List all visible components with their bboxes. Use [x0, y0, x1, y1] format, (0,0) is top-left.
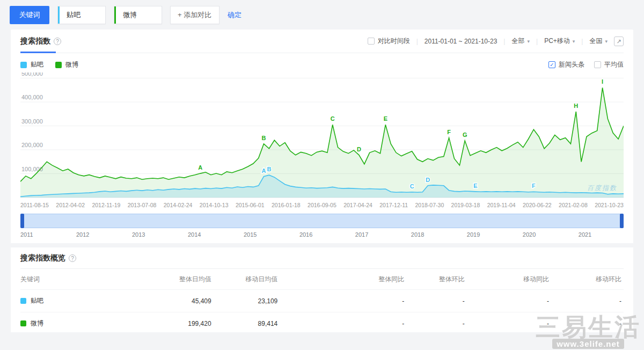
slider-handle-left[interactable]: [20, 214, 24, 228]
checkbox-icon: [368, 38, 375, 45]
divider: |: [503, 38, 505, 45]
x-axis-ticks: 2011-08-152012-04-022012-11-192013-07-08…: [20, 200, 624, 212]
x-tick: 2016-09-05: [308, 202, 336, 208]
compare-period-checkbox[interactable]: 对比时间段: [368, 37, 410, 46]
news-marker-贴吧-B: B: [267, 166, 271, 172]
column-header-2: 整体日均值: [147, 275, 214, 284]
mobile-avg-cell: 89,414: [214, 320, 280, 327]
x-tick: 2016-01-18: [272, 202, 301, 208]
checkbox-icon: [594, 61, 601, 68]
option-checkbox-2[interactable]: 平均值: [594, 60, 624, 69]
overall-mom-cell: -: [406, 297, 466, 305]
legend-item-微博[interactable]: 微博: [55, 60, 78, 69]
legend-label: 贴吧: [31, 60, 43, 69]
x-tick: 2018-07-30: [415, 202, 444, 208]
line-chart-svg: 500,000400,000300,000200,000100,000ABCDE…: [20, 72, 624, 200]
slider-track[interactable]: [20, 214, 624, 228]
chevron-down-icon: ▾: [573, 39, 575, 44]
column-header-1: 关键词: [20, 275, 147, 284]
year-label-2012: 2012: [76, 231, 89, 238]
trend-chart[interactable]: 500,000400,000300,000200,000100,000ABCDE…: [20, 72, 624, 200]
select-value: 全部: [511, 37, 524, 46]
option-checkbox-1[interactable]: ✓新闻头条: [548, 60, 584, 69]
overall-yoy-cell: -: [280, 297, 406, 305]
year-label-2014: 2014: [188, 231, 201, 238]
chip-accent-bar: [58, 6, 60, 24]
year-label-2013: 2013: [132, 231, 145, 238]
filter-select-1[interactable]: 全部▾: [511, 37, 530, 46]
legend-item-贴吧[interactable]: 贴吧: [20, 60, 43, 69]
table-row-贴吧: 贴吧45,40923,109----: [20, 289, 624, 312]
news-marker-微博-E: E: [384, 115, 387, 122]
news-marker-贴吧-E: E: [473, 183, 477, 189]
overall-avg-cell: 199,420: [147, 320, 214, 327]
filter-selects: 全部▾|PC+移动▾|全国▾: [511, 37, 608, 46]
chip-accent-bar: [114, 6, 116, 24]
keyword-color-chip: [20, 298, 26, 304]
news-marker-贴吧-C: C: [410, 183, 414, 189]
year-label-2021: 2021: [579, 231, 591, 238]
column-header-4: 整体同比: [280, 275, 406, 284]
news-marker-贴吧-F: F: [532, 183, 536, 189]
option-label: 平均值: [604, 60, 624, 69]
chevron-down-icon: ▾: [527, 39, 530, 44]
x-tick: 2019-11-04: [487, 202, 516, 208]
news-marker-贴吧-A: A: [262, 167, 266, 174]
filter-select-2[interactable]: PC+移动▾: [544, 37, 575, 46]
x-tick: 2017-12-11: [379, 202, 408, 208]
legend-row: 贴吧微博 ✓新闻头条平均值: [20, 53, 624, 72]
news-marker-微博-I: I: [602, 78, 603, 85]
time-range-slider: 2011201220132014201520162017201820192020…: [20, 212, 624, 241]
overall-avg-cell: 45,409: [147, 297, 214, 305]
keyword-button[interactable]: 关键词: [10, 6, 49, 24]
overview-card: 搜索指数概览 ? 关键词整体日均值移动日均值整体同比整体环比移动同比移动环比 贴…: [11, 247, 633, 332]
overview-help-icon[interactable]: ?: [69, 254, 76, 262]
year-label-2016: 2016: [299, 231, 312, 238]
legend-swatch: [55, 62, 62, 68]
keyword-chip-1[interactable]: 贴吧: [57, 6, 106, 24]
x-tick: 2021-10-23: [595, 202, 624, 208]
divider: |: [581, 38, 583, 45]
keyword-cell: 微博: [20, 319, 147, 328]
news-marker-微博-H: H: [574, 103, 578, 109]
keyword-color-chip: [20, 320, 26, 326]
year-label-2011: 2011: [20, 231, 33, 238]
share-external-icon[interactable]: ↗: [614, 37, 624, 46]
slider-handle-right[interactable]: [620, 214, 624, 228]
legend-swatch: [20, 62, 27, 68]
search-index-card: 搜索指数 ? 对比时间段 | 2011-01-01 ~ 2021-10-23 |…: [11, 30, 633, 243]
divider: |: [536, 38, 538, 45]
overall-mom-cell: -: [406, 320, 466, 327]
column-header-6: 移动同比: [467, 275, 551, 284]
x-tick: 2019-03-18: [451, 202, 480, 208]
news-marker-贴吧-D: D: [426, 177, 430, 183]
x-tick: 2015-06-01: [236, 202, 265, 208]
news-marker-微博-D: D: [357, 146, 361, 152]
news-marker-微博-A: A: [198, 164, 202, 171]
keyword-toolbar: 关键词 贴吧微博 + 添加对比 确定: [0, 0, 644, 30]
overall-yoy-cell: -: [280, 320, 406, 327]
year-label-2020: 2020: [523, 231, 536, 238]
overview-table-body: 贴吧45,40923,109----微博199,42089,414----: [20, 289, 624, 334]
year-label-2019: 2019: [467, 231, 480, 238]
keyword-label: 贴吧: [31, 296, 43, 305]
mobile-yoy-cell: -: [467, 297, 551, 305]
x-tick: 2020-06-22: [523, 202, 552, 208]
filter-select-3[interactable]: 全国▾: [589, 37, 608, 46]
chip-label: 微博: [123, 10, 137, 20]
confirm-button[interactable]: 确定: [228, 10, 241, 20]
news-marker-微博-G: G: [463, 132, 467, 138]
date-range[interactable]: 2011-01-01 ~ 2021-10-23: [425, 38, 497, 45]
compare-period-label: 对比时间段: [378, 37, 410, 46]
keyword-label: 微博: [31, 319, 43, 328]
overview-table-header: 关键词整体日均值移动日均值整体同比整体环比移动同比移动环比: [20, 269, 624, 289]
year-label-2015: 2015: [244, 231, 257, 238]
help-icon[interactable]: ?: [54, 38, 61, 45]
trend-title-wrap: 搜索指数 ?: [20, 30, 61, 53]
add-compare-button[interactable]: + 添加对比: [170, 6, 219, 24]
chip-label: 贴吧: [67, 10, 80, 20]
mobile-mom-cell: -: [551, 297, 624, 305]
keyword-chip-2[interactable]: 微博: [114, 6, 162, 24]
trend-title: 搜索指数: [20, 37, 50, 46]
column-header-7: 移动环比: [551, 275, 624, 284]
